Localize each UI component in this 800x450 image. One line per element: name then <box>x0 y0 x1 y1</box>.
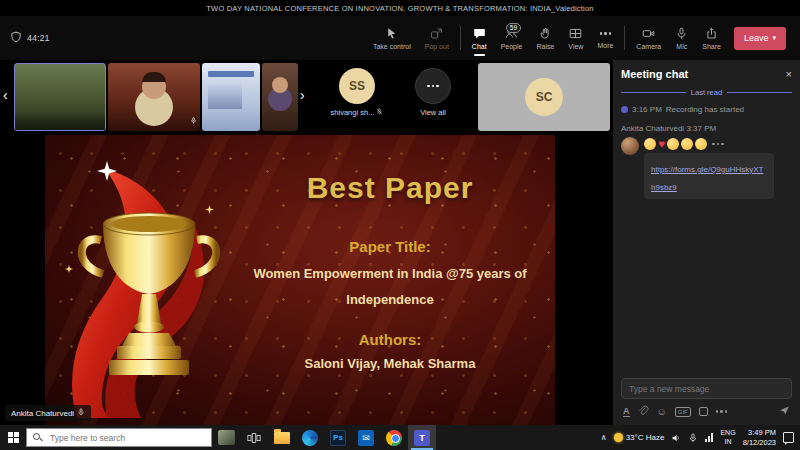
trophy-graphic <box>49 167 249 419</box>
chat-message-input[interactable] <box>621 378 792 399</box>
folder-icon <box>274 432 290 444</box>
chat-panel-title: Meeting chat <box>621 68 688 80</box>
video-thumbnail-speaker[interactable] <box>108 63 200 131</box>
avatar <box>621 137 639 155</box>
tray-mic-icon[interactable] <box>688 429 698 447</box>
taskbar-item-photo[interactable] <box>212 425 240 450</box>
taskbar-item-teams-active[interactable]: T <box>408 425 436 450</box>
last-read-divider: Last read <box>613 86 800 99</box>
video-thumbnail-participant[interactable] <box>262 63 298 131</box>
shield-icon <box>10 31 22 45</box>
paper-title-label: Paper Title: <box>235 238 545 255</box>
authors-label: Authors: <box>235 331 545 348</box>
format-icon[interactable]: A <box>623 407 630 417</box>
meeting-timer: 44:21 <box>27 33 50 43</box>
tray-expand-icon[interactable]: ∧ <box>601 433 607 442</box>
view-label: View <box>568 43 583 50</box>
taskbar-search[interactable] <box>26 428 212 447</box>
pop-out-button[interactable]: Pop out <box>418 25 456 52</box>
camera-icon <box>642 27 655 41</box>
mic-button[interactable]: Mic <box>668 25 695 52</box>
pop-out-label: Pop out <box>425 43 449 50</box>
language-indicator[interactable]: ENG IN <box>720 429 735 446</box>
taskbar-item-mail[interactable]: ✉ <box>352 425 380 450</box>
sender-name: Ankita Chaturvedi <box>621 124 684 133</box>
reaction-thumbs-up-icon <box>644 138 656 150</box>
attach-icon[interactable] <box>638 405 649 418</box>
language-code: ENG <box>720 429 735 436</box>
mic-icon <box>190 110 197 128</box>
raise-hand-button[interactable]: Raise <box>529 25 561 52</box>
tray-time: 3:49 PM <box>748 428 776 437</box>
shared-slide: Best Paper Paper Title: Women Empowermen… <box>45 135 555 425</box>
view-button[interactable]: View <box>561 25 590 52</box>
avatar: SS <box>339 68 375 104</box>
share-screen-icon <box>705 27 718 41</box>
chevron-down-icon[interactable]: ▾ <box>772 34 776 42</box>
gif-icon[interactable]: GIF <box>675 407 691 417</box>
recording-icon <box>621 106 628 113</box>
task-view-button[interactable] <box>240 425 268 450</box>
cursor-icon <box>385 27 398 41</box>
participant-tile-sc[interactable]: SC <box>478 63 610 131</box>
emoji-icon[interactable]: ☺ <box>657 406 667 417</box>
chat-button[interactable]: Chat <box>465 25 494 52</box>
take-control-button[interactable]: Take control <box>366 25 418 52</box>
edge-icon <box>302 430 318 446</box>
taskbar-item-photoshop[interactable]: Ps <box>324 425 352 450</box>
people-count-badge: 59 <box>506 23 521 34</box>
system-message: 3:16 PM Recording has started <box>613 99 800 116</box>
message-more-options-icon[interactable] <box>712 143 724 146</box>
meeting-title: TWO DAY NATIONAL CONFERENCE ON INNOVATIO… <box>206 4 593 13</box>
speaker-icon[interactable] <box>671 429 681 447</box>
last-read-label: Last read <box>691 88 722 97</box>
participant-tile-ss[interactable]: SS shivangi sh... <box>318 68 396 117</box>
chevron-right-icon[interactable]: › <box>300 88 305 102</box>
close-icon[interactable]: × <box>786 68 792 80</box>
leave-button[interactable]: Leave ▾ <box>734 27 786 50</box>
photoshop-icon: Ps <box>330 430 346 446</box>
view-all-button[interactable]: View all <box>398 68 468 117</box>
presenter-name: Ankita Chaturvedi <box>11 409 74 418</box>
search-icon <box>33 433 43 443</box>
sticker-icon[interactable] <box>699 407 708 416</box>
reaction-smiling-icon <box>695 138 707 150</box>
chevron-left-icon[interactable]: ‹ <box>3 88 8 102</box>
share-button[interactable]: Share <box>695 25 728 52</box>
camera-button[interactable]: Camera <box>629 25 668 52</box>
windows-logo-icon <box>8 432 19 443</box>
meeting-toolbar: 44:21 Take control Pop out Chat 59 <box>0 16 800 60</box>
toolbar-divider <box>460 26 461 50</box>
video-thumbnail-room[interactable] <box>14 63 106 131</box>
more-icon <box>600 27 612 40</box>
message-sender-line: Ankita Chaturvedi 3:37 PM <box>613 116 800 135</box>
send-icon[interactable] <box>779 405 790 418</box>
mic-muted-icon <box>376 108 383 117</box>
people-button[interactable]: 59 People <box>494 25 530 52</box>
start-button[interactable] <box>0 425 26 450</box>
search-input[interactable] <box>48 432 205 444</box>
composer-more-icon[interactable] <box>716 410 728 413</box>
message-reactions: ♥ <box>644 138 774 150</box>
system-tray: ∧ 33°C Haze ENG IN 3:49 PM 8/12/2023 <box>597 428 800 448</box>
video-thumbnail-slide-share[interactable] <box>202 63 260 131</box>
taskbar-item-edge[interactable] <box>296 425 324 450</box>
weather-text: 33°C Haze <box>626 433 665 442</box>
message-link[interactable]: https://forms.gle/Q9guHHskyXTh9sbz9 <box>651 165 763 192</box>
taskbar-item-file-explorer[interactable] <box>268 425 296 450</box>
action-center-icon[interactable] <box>783 432 794 443</box>
chat-message: ♥ https://forms.gle/Q9guHHskyXTh9sbz9 <box>613 135 800 199</box>
meeting-chat-panel: Meeting chat × Last read 3:16 PM Recordi… <box>612 60 800 425</box>
reaction-heart-icon: ♥ <box>658 138 665 150</box>
gallery-view-icon <box>569 27 582 41</box>
taskbar-item-chrome[interactable] <box>380 425 408 450</box>
more-button[interactable]: More <box>590 25 620 51</box>
weather-widget[interactable]: 33°C Haze <box>614 433 665 442</box>
mic-icon <box>675 27 688 41</box>
toolbar-divider <box>624 26 625 50</box>
leave-label: Leave <box>744 33 769 43</box>
taskbar-clock[interactable]: 3:49 PM 8/12/2023 <box>743 428 776 448</box>
people-label: People <box>501 43 523 50</box>
task-view-icon <box>247 431 261 445</box>
network-icon[interactable] <box>705 433 713 442</box>
